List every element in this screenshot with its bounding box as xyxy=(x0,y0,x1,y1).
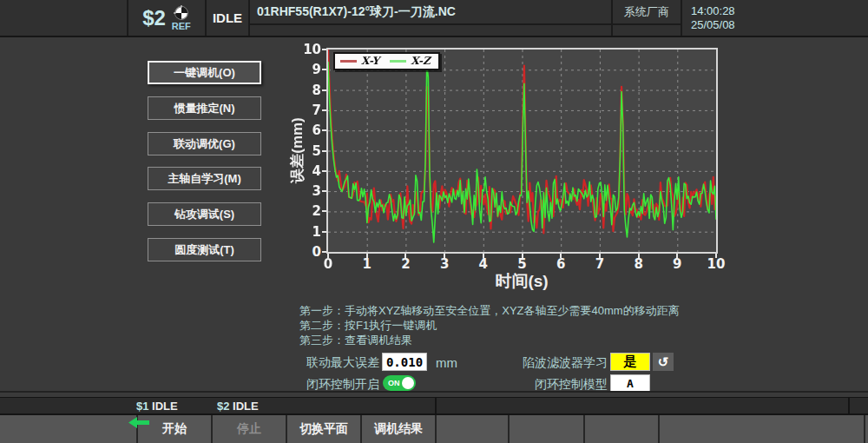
y-tick-mark xyxy=(322,150,326,152)
y-tick-mark xyxy=(322,69,326,70)
ref-label: REF xyxy=(172,22,191,31)
softkey-empty xyxy=(583,415,658,443)
refresh-icon: ↺ xyxy=(658,354,669,370)
x-tick-label: 10 xyxy=(707,256,726,272)
instruction-step-3: 第三步：查看调机结果 xyxy=(299,333,412,348)
toggle-knob xyxy=(402,377,414,389)
x-tick-label: 2 xyxy=(396,256,415,272)
notch-filter-label: 陷波滤波器学习 xyxy=(482,355,608,371)
closed-loop-toggle[interactable]: ON xyxy=(383,375,416,391)
sidebar-item-inertia-estimation[interactable]: 惯量推定(N) xyxy=(148,96,261,120)
y-tick-mark xyxy=(322,89,326,91)
softkey-stop[interactable]: 停止 xyxy=(211,415,286,443)
x-tick-label: 1 xyxy=(358,256,377,272)
softkey-tuning-result[interactable]: 调机结果 xyxy=(360,415,435,443)
program-name-cell: 01RHF55(R1X7)-12°球刀-一刀流.NC xyxy=(250,0,613,36)
status-divider xyxy=(848,398,850,413)
clock-cell: 14:00:28 25/05/08 xyxy=(682,0,868,36)
x-tick-label: 7 xyxy=(590,256,609,272)
instruction-step-1: 第一步：手动将XYZ轴移动至安全位置，XYZ各轴至少需要40mm的移动距离 xyxy=(299,303,680,319)
softkey-empty xyxy=(508,415,583,443)
x-tick-mark xyxy=(522,254,523,258)
x-tick-mark xyxy=(676,254,678,258)
program-name: 01RHF55(R1X7)-12°球刀-一刀流.NC xyxy=(250,0,611,25)
legend-item-xy: X-Y xyxy=(340,55,379,67)
status-bar: $1 IDLE $2 IDLE xyxy=(0,397,868,415)
x-tick-mark xyxy=(599,254,601,258)
x-tick-label: 3 xyxy=(435,256,454,272)
softkey-empty xyxy=(435,415,508,443)
x-tick-mark xyxy=(444,254,445,258)
x-tick-mark xyxy=(366,254,368,258)
x-tick-label: 0 xyxy=(319,256,338,272)
sidebar-item-one-key-tuning[interactable]: 一键调机(O) xyxy=(148,61,261,84)
max-error-label: 联动最大误差 xyxy=(306,355,379,371)
time-text: 14:00:28 xyxy=(691,4,868,17)
instruction-step-2: 第二步：按F1执行一键调机 xyxy=(299,318,437,334)
mode-indicator: IDLE xyxy=(207,0,250,36)
x-tick-label: 8 xyxy=(629,256,648,272)
xy-line-swatch xyxy=(340,60,357,63)
closed-loop-model-value[interactable]: A xyxy=(610,374,650,393)
y-tick-mark xyxy=(322,231,326,233)
y-tick-label: 2 xyxy=(292,203,321,219)
sidebar-item-linkage-tuning[interactable]: 联动调优(G) xyxy=(148,132,261,155)
x-tick-mark xyxy=(483,254,484,258)
xz-line-swatch xyxy=(390,60,406,63)
softkey-empty xyxy=(658,415,864,443)
y-tick-mark xyxy=(322,129,326,131)
legend-item-xz: X-Z xyxy=(390,55,431,67)
y-tick-label: 0 xyxy=(292,244,321,260)
header-bar: $2 REF IDLE 01RHF55(R1X7)-12°球刀-一刀流.NC 系… xyxy=(0,0,868,37)
toggle-on-text: ON xyxy=(388,379,400,387)
legend-label-xz: X-Z xyxy=(411,55,431,67)
max-error-input[interactable]: 0.010 xyxy=(382,353,427,371)
notch-filter-value[interactable]: 是 xyxy=(610,353,650,371)
chart-legend: X-Y X-Z xyxy=(333,52,440,70)
y-tick-mark xyxy=(322,251,326,253)
header-blank-cell xyxy=(0,0,128,36)
x-tick-mark xyxy=(560,254,562,258)
sidebar-item-spindle-learning[interactable]: 主轴自学习(M) xyxy=(148,167,261,190)
y-tick-mark xyxy=(322,49,326,50)
channel2-status: $2 IDLE xyxy=(217,400,259,413)
channel-label: $2 xyxy=(142,6,166,30)
x-tick-mark xyxy=(715,254,717,258)
back-arrow-icon[interactable] xyxy=(128,417,149,428)
max-error-unit: mm xyxy=(436,355,457,370)
y-tick-mark xyxy=(322,210,326,212)
legend-label-xy: X-Y xyxy=(361,55,379,67)
softkey-switch-plane[interactable]: 切换平面 xyxy=(286,415,360,443)
date-text: 25/05/08 xyxy=(691,18,868,31)
x-tick-mark xyxy=(404,254,406,258)
x-axis-title: 时间(s) xyxy=(478,270,565,293)
reference-point-icon xyxy=(174,5,189,21)
vendor-label: 系统厂商 xyxy=(613,0,681,25)
cnc-tuning-screen: $2 REF IDLE 01RHF55(R1X7)-12°球刀-一刀流.NC 系… xyxy=(0,0,868,443)
channel1-status: $1 IDLE xyxy=(136,400,178,413)
y-tick-label: 8 xyxy=(292,83,321,98)
y-axis-title: 误差(mm) xyxy=(287,98,305,202)
channel-indicator: $2 REF xyxy=(128,0,207,36)
y-tick-label: 10 xyxy=(292,42,321,57)
sidebar-item-roundness-test[interactable]: 圆度测试(T) xyxy=(148,238,261,261)
y-tick-label: 1 xyxy=(292,224,321,240)
y-tick-mark xyxy=(322,109,326,111)
x-tick-mark xyxy=(327,254,329,258)
y-tick-label: 9 xyxy=(292,62,321,77)
status-divider xyxy=(435,398,437,413)
x-tick-label: 9 xyxy=(667,256,687,272)
content-divider xyxy=(0,391,868,393)
error-chart-plot-area xyxy=(326,48,718,254)
error-chart-canvas xyxy=(328,50,716,252)
softkey-empty xyxy=(864,415,868,443)
y-tick-mark xyxy=(322,190,326,192)
vendor-cell: 系统厂商 xyxy=(613,0,682,36)
refresh-button[interactable]: ↺ xyxy=(653,353,674,371)
x-tick-mark xyxy=(638,254,640,258)
sidebar-item-drill-tap-debug[interactable]: 钻攻调试(S) xyxy=(148,202,261,226)
y-tick-mark xyxy=(322,170,326,172)
